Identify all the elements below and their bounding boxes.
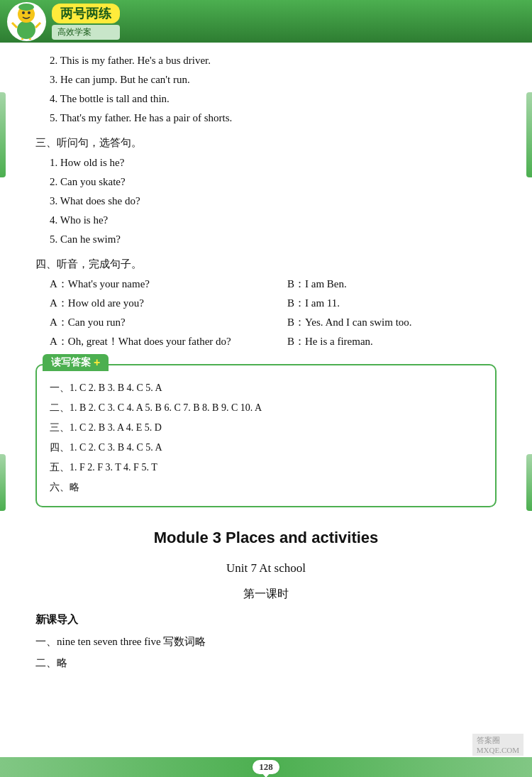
svg-line-5 bbox=[12, 23, 17, 28]
list-item: 4. Who is he? bbox=[50, 211, 497, 230]
answer-row: 二、1. B 2. C 3. C 4. A 5. B 6. C 7. B 8. … bbox=[50, 398, 482, 418]
header-title-bottom: 高效学案 bbox=[52, 25, 120, 40]
logo bbox=[7, 2, 46, 41]
list-item: A：What's your name? bbox=[50, 275, 259, 294]
list-item: 2. This is my father. He's a bus driver. bbox=[50, 51, 497, 70]
svg-line-8 bbox=[30, 38, 32, 40]
answer-box-label: 读写答案 + bbox=[43, 354, 109, 371]
list-item: B：I am Ben. bbox=[287, 275, 497, 294]
header: 两号两练 高效学案 bbox=[0, 0, 532, 43]
list-item: 3. He can jump. But he can't run. bbox=[50, 70, 497, 89]
module-title: Module 3 Places and activities bbox=[35, 529, 497, 547]
section3-header: 三、听问句，选答句。 bbox=[35, 132, 497, 153]
list-item: 5. Can he swim? bbox=[50, 230, 497, 249]
list-item: A：How old are you? bbox=[50, 294, 259, 313]
new-lesson-label: 新课导入 bbox=[35, 613, 497, 627]
logo-icon bbox=[11, 3, 43, 40]
header-title-top: 两号两练 bbox=[52, 4, 120, 23]
list-item: 2. Can you skate? bbox=[50, 172, 497, 192]
watermark: 答案圈MXQE.COM bbox=[472, 734, 523, 756]
new-lesson-row1: 一、nine ten seven three five 写数词略 bbox=[35, 631, 497, 652]
new-lesson-content: 一、nine ten seven three five 写数词略 二、略 bbox=[35, 631, 497, 673]
new-lesson-row2: 二、略 bbox=[35, 652, 497, 673]
list-item: A：Oh, great！What does your father do? bbox=[50, 332, 259, 351]
svg-point-4 bbox=[18, 4, 34, 11]
list-item: B：He is a fireman. bbox=[287, 332, 497, 351]
header-titles: 两号两练 高效学案 bbox=[52, 4, 120, 40]
section-items-2-5: 2. This is my father. He's a bus driver.… bbox=[35, 51, 497, 128]
side-decoration-left bbox=[0, 92, 6, 177]
answer-row: 四、1. C 2. C 3. B 4. C 5. A bbox=[50, 438, 482, 458]
svg-point-0 bbox=[17, 21, 35, 39]
answer-box-wrapper: 读写答案 + 一、1. C 2. B 3. B 4. C 5. A 二、1. B… bbox=[35, 364, 497, 507]
list-item: B：Yes. And I can swim too. bbox=[287, 313, 497, 332]
answer-box: 一、1. C 2. B 3. B 4. C 5. A 二、1. B 2. C 3… bbox=[35, 364, 497, 507]
section3-items: 1. How old is he? 2. Can you skate? 3. W… bbox=[35, 153, 497, 249]
svg-line-7 bbox=[21, 38, 23, 40]
list-item: A：Can you run? bbox=[50, 313, 259, 332]
side-decoration-right bbox=[526, 92, 532, 177]
main-content: 2. This is my father. He's a bus driver.… bbox=[0, 43, 532, 688]
answer-row: 五、1. F 2. F 3. T 4. F 5. T bbox=[50, 458, 482, 478]
svg-point-2 bbox=[22, 11, 25, 14]
list-item: B：I am 11. bbox=[287, 294, 497, 313]
answer-row: 一、1. C 2. B 3. B 4. C 5. A bbox=[50, 378, 482, 398]
unit-title: Unit 7 At school bbox=[35, 561, 497, 575]
list-item: 4. The bottle is tall and thin. bbox=[50, 89, 497, 109]
list-item: 1. How old is he? bbox=[50, 153, 497, 172]
list-item: 3. What does she do? bbox=[50, 192, 497, 211]
lesson-title: 第一课时 bbox=[35, 587, 497, 602]
footer-page-number: 128 bbox=[251, 759, 281, 776]
answer-row: 六、略 bbox=[50, 478, 482, 497]
footer-bar: 128 bbox=[0, 757, 532, 777]
list-item: 5. That's my father. He has a pair of sh… bbox=[50, 109, 497, 128]
answer-row: 三、1. C 2. B 3. A 4. E 5. D bbox=[50, 418, 482, 438]
side-decoration-right2 bbox=[526, 454, 532, 511]
section4-header: 四、听音，完成句子。 bbox=[35, 253, 497, 275]
svg-point-3 bbox=[28, 11, 31, 14]
svg-line-6 bbox=[35, 23, 40, 28]
section4-qa: A：What's your name? B：I am Ben. A：How ol… bbox=[35, 275, 497, 351]
side-decoration-left2 bbox=[0, 454, 6, 511]
